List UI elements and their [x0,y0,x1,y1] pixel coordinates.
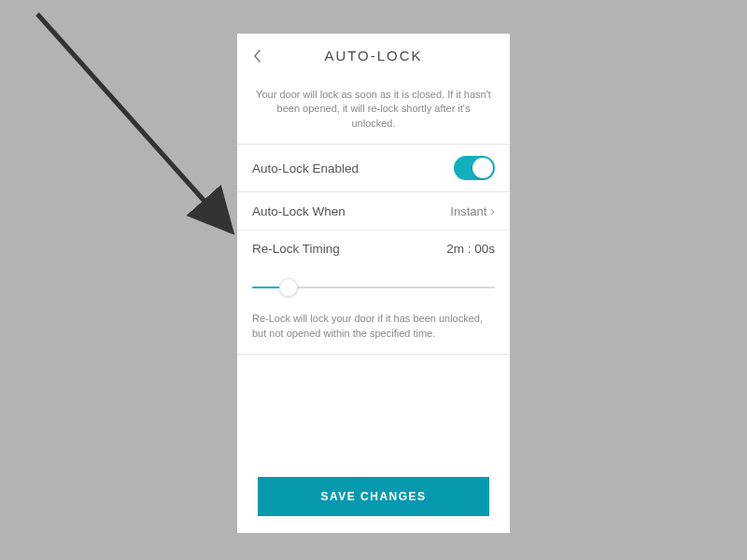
relock-slider[interactable] [252,278,495,297]
page-title: AUTO-LOCK [237,48,510,63]
row-auto-lock-enabled: Auto-Lock Enabled [237,144,510,191]
save-changes-button[interactable]: SAVE CHANGES [258,477,489,516]
toggle-knob [472,158,493,178]
description-text: Your door will lock as soon as it is clo… [237,78,510,144]
annotation-arrow [0,0,261,261]
back-button[interactable] [248,47,267,65]
auto-lock-when-value-text: Instant [450,204,486,218]
relock-timing-label: Re-Lock Timing [252,242,340,256]
auto-lock-when-value: Instant › [450,203,495,218]
auto-lock-toggle[interactable] [454,156,495,180]
chevron-right-icon: › [490,203,495,218]
auto-lock-when-label: Auto-Lock When [252,204,345,218]
row-auto-lock-when[interactable]: Auto-Lock When Instant › [237,191,510,230]
relock-description: Re-Lock will lock your door if it has be… [237,304,510,355]
svg-line-0 [37,14,232,231]
relock-timing-value: 2m : 00s [446,242,495,256]
chevron-left-icon [252,49,263,63]
header: AUTO-LOCK [237,34,510,78]
row-relock-timing: Re-Lock Timing 2m : 00s [237,230,510,261]
settings-screen: AUTO-LOCK Your door will lock as soon as… [237,34,510,533]
spacer [237,355,510,477]
slider-thumb[interactable] [279,278,298,297]
slider-container [237,261,510,304]
auto-lock-enabled-label: Auto-Lock Enabled [252,161,359,175]
